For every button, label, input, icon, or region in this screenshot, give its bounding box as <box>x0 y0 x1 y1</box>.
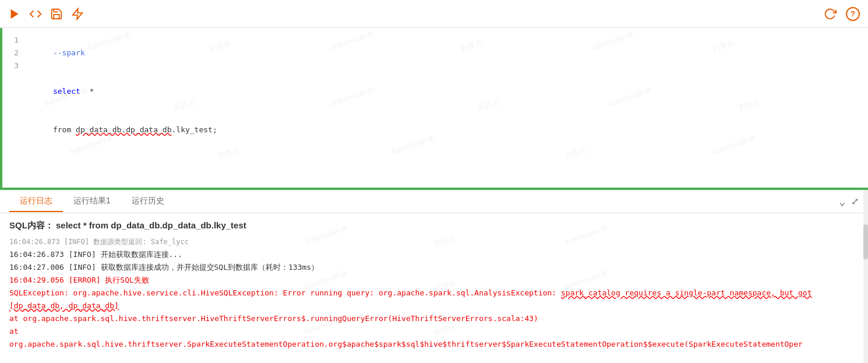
tabs-right: ⌄ ⤢ <box>839 195 859 207</box>
svg-marker-0 <box>11 9 19 19</box>
toolbar-left <box>8 8 84 20</box>
export-button[interactable] <box>71 8 84 20</box>
code-text: * <box>80 87 94 96</box>
log-line-1: 16:04:26.873 [INFO] 开始获取数据库连接... <box>9 248 859 261</box>
log-line-stack-1: at org.apache.spark.sql.hive.thriftserve… <box>9 312 859 325</box>
help-icon[interactable]: ? <box>846 7 860 21</box>
line-numbers: 1 2 3 <box>2 28 23 188</box>
code-line-2: select * <box>23 72 868 111</box>
code-select-keyword: select <box>53 87 80 96</box>
log-line-2: 16:04:27.006 [INFO] 获取数据库连接成功，并开始提交SQL到数… <box>9 261 859 274</box>
tabs-left: 运行日志 运行结果1 运行历史 <box>9 191 175 212</box>
bottom-panel: 运行日志 运行结果1 运行历史 ⌄ ⤢ liukunyuan-jk 刘库元 li… <box>0 190 868 363</box>
sync-icon[interactable] <box>824 8 837 20</box>
scrollbar[interactable] <box>863 190 868 363</box>
code-line-1: --spark <box>23 34 868 72</box>
toolbar: ? <box>0 0 868 28</box>
svg-marker-1 <box>73 8 83 19</box>
code-icon[interactable] <box>29 8 42 20</box>
line-number-3: 3 <box>2 59 23 72</box>
tab-run-result[interactable]: 运行结果1 <box>63 191 121 212</box>
save-button[interactable] <box>50 8 63 20</box>
code-line-3: from dp_data_db.dp_data_db.lky_test; <box>23 111 868 149</box>
expand-icon[interactable]: ⤢ <box>851 196 859 207</box>
log-line-exception: SQLException: org.apache.hive.service.cl… <box>9 287 859 312</box>
log-content: liukunyuan-jk 刘库元 liukunyuan-jk liukunyu… <box>0 213 868 363</box>
sql-header-label: SQL内容： <box>9 220 54 230</box>
log-line-stack-2: at <box>9 325 859 338</box>
scrollbar-thumb[interactable] <box>863 224 868 259</box>
tab-run-history[interactable]: 运行历史 <box>121 191 175 212</box>
log-line-0: 16:04:26.873 [INFO] 数据源类型返回: Safe_lycc <box>9 235 859 248</box>
toolbar-right: ? <box>824 7 860 21</box>
run-button[interactable] <box>8 8 21 20</box>
editor-area: liukunyuan-jk 刘库元 liukunyuan-jk 刘库元 liuk… <box>0 28 868 190</box>
code-comment: --spark <box>53 48 85 57</box>
error-underline: spark_catalog requires a single-part nam… <box>9 288 812 310</box>
line-number-2: 2 <box>2 47 23 59</box>
collapse-icon[interactable]: ⌄ <box>839 195 845 207</box>
log-line-error: 16:04:29.056 [ERROR] 执行SQL失败 <box>9 274 859 287</box>
code-from-keyword: from <box>53 125 76 134</box>
tabs: 运行日志 运行结果1 运行历史 ⌄ ⤢ <box>0 190 868 213</box>
tab-run-log[interactable]: 运行日志 <box>9 191 63 212</box>
sql-header-content: select * from dp_data_db.dp_data_db.lky_… <box>56 220 246 230</box>
code-content[interactable]: --spark select * from dp_data_db.dp_data… <box>23 28 868 188</box>
sql-header: SQL内容： select * from dp_data_db.dp_data_… <box>9 219 859 232</box>
line-number-1: 1 <box>2 34 23 47</box>
code-table-ref: dp_data_db.dp_data_db <box>76 125 171 134</box>
code-table-suffix: .lky_test; <box>171 125 217 134</box>
log-line-stack-3: org.apache.spark.sql.hive.thriftserver.S… <box>9 338 859 351</box>
